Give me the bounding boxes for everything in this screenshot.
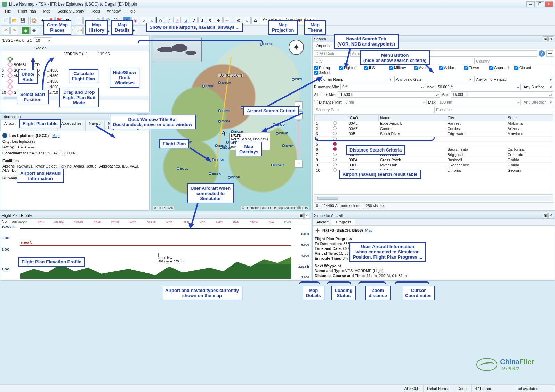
map-airport[interactable]: EFTU bbox=[292, 77, 304, 81]
menu-help[interactable]: Help bbox=[125, 8, 138, 15]
open-button[interactable]: 📂 bbox=[10, 17, 18, 24]
table-row[interactable]: 200AZCordesCordesArizona bbox=[315, 126, 553, 131]
dragdrop-edit-button[interactable]: ✥ bbox=[30, 27, 38, 34]
menu-map[interactable]: Map bbox=[40, 8, 53, 15]
map-airport[interactable]: EHAM bbox=[212, 158, 225, 162]
ramp-select[interactable]: Any or no Ramp bbox=[314, 76, 393, 82]
search-scrollbar[interactable] bbox=[314, 196, 553, 201]
select-start-button[interactable]: ◉ bbox=[22, 27, 30, 34]
sim-pin-button[interactable]: ▣ bbox=[543, 213, 548, 218]
alt-max-input[interactable]: 15.000 ft bbox=[451, 91, 553, 98]
tab-airport[interactable]: Airport bbox=[0, 120, 19, 131]
redo-button[interactable]: ↷ bbox=[10, 27, 18, 34]
check-military[interactable]: Military bbox=[389, 66, 411, 70]
zoom-slider-overlay[interactable] bbox=[297, 120, 300, 158]
check-jetfuel[interactable]: Jetfuel bbox=[314, 71, 336, 75]
check-closed[interactable]: Closed bbox=[514, 66, 536, 70]
dist-max-input[interactable]: 100 nm bbox=[438, 99, 521, 105]
direction-select[interactable]: Any Direction bbox=[522, 99, 553, 105]
dist-min-input[interactable]: 0 nm bbox=[344, 99, 427, 105]
tab-approaches[interactable]: Approaches bbox=[57, 120, 86, 131]
callout-map-theme: MapTheme bbox=[304, 20, 326, 35]
map-airport[interactable]: ENBR bbox=[202, 84, 215, 88]
table-row[interactable]: 100ALEpps AirparkHarvestAlabama bbox=[315, 121, 553, 126]
check-approach[interactable]: Approach bbox=[489, 66, 511, 70]
alt-min-input[interactable]: -1.500 ft bbox=[338, 91, 440, 98]
gate-select[interactable]: Any or no Gate bbox=[394, 76, 473, 82]
table-row[interactable]: BOMBIED bbox=[0, 62, 149, 68]
back-button[interactable]: ← bbox=[75, 17, 83, 24]
map-airport[interactable]: EKCH bbox=[231, 130, 243, 133]
check-rating[interactable]: Rating bbox=[314, 66, 336, 70]
menu-file[interactable]: File bbox=[2, 8, 14, 15]
search-close-button[interactable]: ✕ bbox=[548, 36, 553, 41]
callout-drag-drop: Drag and DropFlight Plan EditMode bbox=[59, 88, 99, 107]
cruise-alt-input[interactable]: 10 bbox=[34, 37, 51, 43]
menu-flightplan[interactable]: Flight Plan bbox=[15, 8, 39, 15]
show-hills-button[interactable]: ⛰ bbox=[251, 17, 259, 24]
distance-check[interactable] bbox=[314, 100, 318, 104]
profile-titlebar[interactable]: Flight Plan Profile ▣ ✕ bbox=[0, 212, 311, 219]
progress-header: Flight Plan Progress bbox=[315, 237, 553, 241]
undo-button[interactable]: ↶ bbox=[2, 27, 10, 34]
map-airport[interactable]: EPGD bbox=[273, 123, 285, 126]
vordme-freq: 115,95 bbox=[98, 52, 110, 56]
map-airport[interactable]: EGLL bbox=[177, 167, 188, 170]
country-input[interactable]: Country bbox=[474, 58, 553, 64]
menu-scenery[interactable]: Scenery Library bbox=[55, 8, 87, 15]
search-menu-button[interactable] bbox=[546, 50, 553, 57]
map-airport[interactable]: EPWR bbox=[271, 163, 284, 167]
check-ils[interactable]: ILS bbox=[364, 66, 386, 70]
profile-close-button[interactable]: ✕ bbox=[304, 213, 309, 218]
map-airport[interactable]: EDDF bbox=[228, 175, 240, 179]
check-lighted[interactable]: Lighted bbox=[339, 66, 361, 70]
status-detail: Detail Normal bbox=[424, 385, 454, 392]
aircraft-map-link[interactable]: Map bbox=[365, 228, 372, 232]
save-button[interactable]: 💾 bbox=[19, 17, 26, 24]
map-airport[interactable]: EBBR bbox=[209, 172, 221, 175]
runway-max-input[interactable]: 50.000 ft bbox=[436, 84, 521, 90]
sim-close-button[interactable]: ✕ bbox=[548, 213, 553, 218]
compass-overlay[interactable] bbox=[289, 40, 304, 55]
parking-label: (LSGC) Parking 1 bbox=[2, 38, 32, 42]
table-row[interactable]: 800FAGrass PatchBushnellFlorida bbox=[315, 157, 553, 163]
helipad-select[interactable]: Any or no Helipad bbox=[474, 76, 553, 82]
menu-window[interactable]: Window bbox=[104, 8, 123, 15]
minimize-button[interactable]: — bbox=[526, 1, 535, 7]
table-row[interactable]: 300BSouth RiverEdgewaterMaryland bbox=[315, 131, 553, 137]
map-airport[interactable]: ENGM bbox=[218, 81, 231, 84]
map-airport[interactable]: EPBY bbox=[282, 144, 294, 147]
airport-map-link[interactable]: Map bbox=[52, 133, 59, 138]
search-help-button[interactable]: ? bbox=[539, 50, 545, 57]
icao-input[interactable]: ICAO Code bbox=[314, 50, 349, 57]
map-airport[interactable]: EKYT bbox=[218, 109, 230, 113]
tab-progress[interactable]: Progress bbox=[332, 219, 355, 225]
scenery-path-input[interactable]: Scenery Path bbox=[314, 107, 433, 113]
table-row[interactable] bbox=[0, 57, 149, 62]
maximize-button[interactable]: ❐ bbox=[536, 1, 544, 7]
check-tower[interactable]: Tower bbox=[464, 66, 486, 70]
check-avgas[interactable]: Avgas bbox=[414, 66, 436, 70]
profile-plot: 5.500 ft ✛ 8.950 ft ▲491 nm ► 335 nm bbox=[20, 225, 291, 279]
show-cities-button[interactable]: ○ bbox=[243, 17, 251, 24]
tab-aircraft[interactable]: Aircraft bbox=[313, 219, 332, 225]
simulator-titlebar[interactable]: Simulator Aircraft ▣ ✕ bbox=[313, 212, 555, 219]
check-addon[interactable]: Addon bbox=[439, 66, 461, 70]
tab-airports[interactable]: Airports bbox=[313, 42, 333, 49]
table-row[interactable]: 900FLRiver OakOkeechobeeFlorida bbox=[315, 163, 553, 168]
search-pin-button[interactable]: ▣ bbox=[543, 36, 548, 41]
tab-navaid[interactable]: Navaid bbox=[85, 120, 105, 131]
home-button[interactable]: 🏠 bbox=[30, 17, 38, 24]
zoom-out-overlay[interactable]: − bbox=[295, 160, 303, 168]
profile-pin-button[interactable]: ▣ bbox=[299, 213, 304, 218]
runway-min-input[interactable]: 0 ft bbox=[340, 84, 425, 90]
filename-input[interactable]: Filename bbox=[434, 107, 553, 113]
map-airport[interactable]: EPMB bbox=[276, 132, 288, 135]
new-button[interactable]: 📄 bbox=[2, 17, 10, 24]
map-airport[interactable]: EDDW bbox=[220, 146, 233, 149]
calc-alt-button[interactable]: ⟋ᵃ bbox=[75, 27, 83, 34]
surface-select[interactable]: Any Surface bbox=[522, 84, 553, 90]
close-button[interactable]: ✕ bbox=[545, 1, 553, 7]
map-airport[interactable]: EKKA bbox=[218, 120, 231, 123]
menu-tools[interactable]: Tools bbox=[88, 8, 103, 15]
